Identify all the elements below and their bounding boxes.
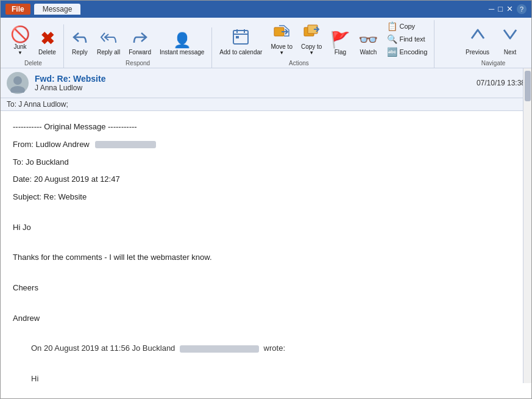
to-line: To: Jo Buckland	[13, 156, 519, 169]
encoding-label: Encoding	[399, 48, 427, 56]
reply-button[interactable]: Reply	[68, 27, 92, 57]
next-button[interactable]: Next	[495, 22, 525, 57]
add-to-calendar-label: Add to calendar	[219, 49, 262, 56]
email-meta: Fwd: Re: Website J Anna Ludlow	[35, 74, 470, 92]
title-bar: File Message ─ □ ✕ ?	[1, 1, 531, 18]
find-text-label: Find text	[399, 35, 425, 43]
quoted-greeting: Hi	[31, 373, 519, 383]
copy-to-button[interactable]: Copy to ▼	[297, 21, 325, 57]
quoted-intro: On 20 August 2019 at 11:56 Jo Buckland w…	[31, 342, 519, 355]
watch-label: Watch	[360, 49, 377, 56]
watch-icon: 👓	[358, 32, 378, 48]
copy-small-label: Copy	[399, 23, 415, 30]
watch-button[interactable]: 👓 Watch	[355, 30, 381, 57]
find-text-button[interactable]: 🔍 Find text	[384, 33, 430, 45]
instant-message-button[interactable]: 👤 Instant message	[156, 31, 208, 57]
to-label: To:	[13, 157, 23, 167]
svg-point-10	[13, 76, 22, 85]
email-subject: Fwd: Re: Website	[35, 74, 470, 84]
signature: Andrew	[13, 312, 519, 325]
message-tab[interactable]: Message	[34, 4, 81, 15]
copy-to-arrow: ▼	[309, 50, 314, 56]
encoding-icon: 🔤	[387, 47, 397, 57]
svg-rect-0	[233, 31, 248, 44]
previous-icon	[467, 24, 489, 48]
from-value: Ludlow Andrew	[36, 140, 90, 149]
minimize-button[interactable]: ─	[489, 4, 494, 14]
sender-avatar	[7, 72, 29, 94]
next-icon	[499, 24, 521, 48]
scrollbar-thumb[interactable]	[525, 71, 531, 101]
ribbon-group-actions: Add to calendar Move to ▼	[212, 20, 434, 68]
to-value: Jo Buckland	[26, 157, 69, 167]
window-controls: ─ □ ✕ ?	[489, 4, 527, 14]
flag-button[interactable]: 🚩 Flag	[327, 30, 353, 57]
flag-icon: 🚩	[330, 32, 350, 48]
ribbon: 🚫 Junk ▼ ✖ Delete Delete	[1, 18, 531, 68]
help-button[interactable]: ?	[517, 4, 527, 14]
redacted-email	[180, 345, 259, 353]
delete-button[interactable]: ✖ Delete	[35, 29, 60, 57]
copy-small-icon: 📋	[387, 21, 397, 31]
subject-line: Subject: Re: Website	[13, 191, 519, 204]
svg-rect-4	[236, 36, 239, 38]
actions-group-label: Actions	[289, 60, 309, 66]
maximize-button[interactable]: □	[498, 4, 503, 14]
reply-all-icon	[100, 29, 117, 48]
forward-button[interactable]: Forward	[125, 27, 155, 57]
previous-label: Previous	[466, 49, 489, 56]
delete-group-label: Delete	[24, 60, 42, 66]
previous-button[interactable]: Previous	[461, 22, 494, 57]
junk-arrow: ▼	[18, 50, 23, 56]
forward-label: Forward	[129, 49, 151, 56]
move-to-arrow: ▼	[279, 50, 284, 56]
subject-value: Re: Website	[44, 192, 87, 201]
quoted-intro-text: On 20 August 2019 at 11:56 Jo Buckland	[31, 343, 175, 353]
subject-label: Subject:	[13, 192, 41, 201]
add-to-calendar-button[interactable]: Add to calendar	[216, 26, 266, 57]
copy-to-label: Copy to	[301, 43, 322, 50]
date-label: Date:	[13, 174, 32, 184]
copy-small-button[interactable]: 📋 Copy	[384, 20, 430, 32]
sign-off: Cheers	[13, 282, 519, 295]
quoted-wrote: wrote:	[264, 343, 285, 353]
forward-icon	[132, 29, 149, 48]
delete-icon: ✖	[40, 31, 54, 48]
reply-all-label: Reply all	[97, 49, 120, 56]
copy-to-icon	[303, 23, 320, 42]
email-sender: J Anna Ludlow	[35, 84, 470, 92]
from-line: From: Ludlow Andrew	[13, 138, 519, 151]
original-message-header: ----------- Original Message -----------	[13, 121, 519, 134]
scrollbar[interactable]	[523, 68, 531, 383]
encoding-button[interactable]: 🔤 Encoding	[384, 46, 430, 58]
email-to: To: J Anna Ludlow;	[1, 98, 531, 111]
quoted-section: On 20 August 2019 at 11:56 Jo Buckland w…	[31, 342, 519, 383]
ribbon-group-respond: Reply Reply all Forward	[64, 27, 212, 68]
find-text-icon: 🔍	[387, 34, 397, 44]
junk-button[interactable]: 🚫 Junk ▼	[7, 24, 34, 57]
email-date: 07/10/19 13:38	[477, 79, 525, 87]
date-line: Date: 20 August 2019 at 12:47	[13, 173, 519, 186]
move-to-icon	[273, 23, 290, 42]
reply-all-button[interactable]: Reply all	[93, 27, 124, 57]
file-tab[interactable]: File	[5, 4, 30, 15]
instant-message-icon: 👤	[173, 33, 191, 48]
from-label: From:	[13, 140, 34, 149]
redacted-from	[95, 141, 156, 148]
close-button[interactable]: ✕	[506, 4, 513, 14]
date-value: 20 August 2019 at 12:47	[34, 174, 120, 184]
calendar-icon	[232, 28, 249, 48]
next-label: Next	[504, 49, 517, 56]
delete-label: Delete	[38, 49, 56, 56]
respond-group-label: Respond	[126, 60, 150, 66]
email-body: ----------- Original Message -----------…	[1, 111, 531, 383]
reply-label: Reply	[72, 49, 88, 56]
email-header: Fwd: Re: Website J Anna Ludlow 07/10/19 …	[1, 68, 531, 98]
move-to-button[interactable]: Move to ▼	[267, 21, 296, 57]
reply-icon	[71, 29, 88, 48]
flag-label: Flag	[335, 49, 346, 56]
ribbon-group-delete: 🚫 Junk ▼ ✖ Delete Delete	[3, 24, 64, 68]
move-to-label: Move to	[271, 43, 293, 50]
body-line1: Thanks for the comments - I will let the…	[13, 251, 519, 264]
junk-icon: 🚫	[10, 26, 30, 42]
